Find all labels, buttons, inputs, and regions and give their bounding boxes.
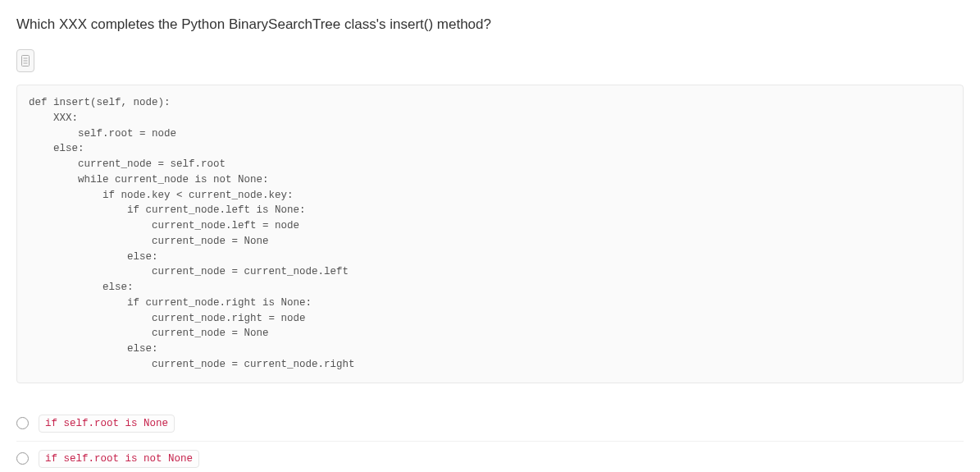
option-code: if self.root is None	[39, 415, 175, 433]
question-text: Which XXX completes the Python BinarySea…	[16, 16, 964, 33]
option-code: if self.root is not None	[39, 450, 199, 468]
option-row[interactable]: if self.root is None	[16, 406, 964, 442]
code-block: def insert(self, node): XXX: self.root =…	[16, 85, 964, 383]
options-list: if self.root is None if self.root is not…	[16, 406, 964, 473]
radio-button[interactable]	[16, 417, 29, 429]
attachment-icon[interactable]	[16, 49, 34, 72]
option-row[interactable]: if self.root is not None	[16, 442, 964, 473]
radio-button[interactable]	[16, 452, 29, 465]
